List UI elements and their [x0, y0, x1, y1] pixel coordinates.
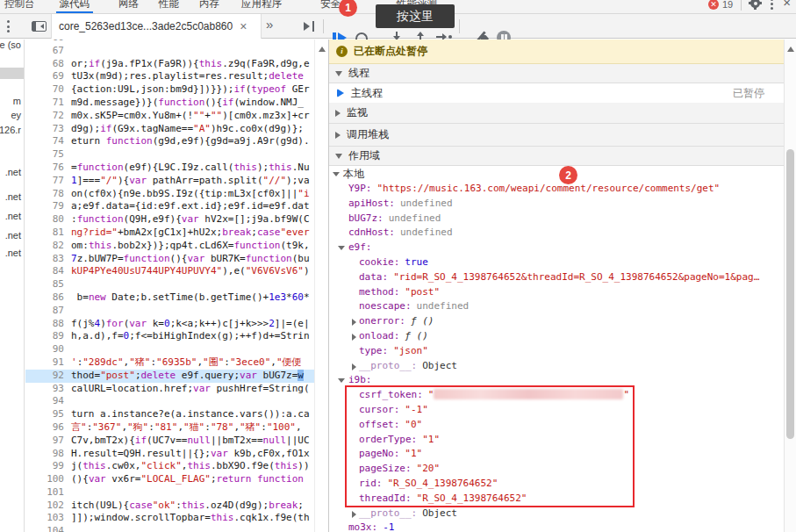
line-number[interactable]: 83 [25, 253, 71, 266]
line-number[interactable]: 102 [25, 500, 71, 513]
devtools-menu-icon[interactable] [769, 0, 775, 10]
code-line[interactable]: 75 [25, 148, 314, 162]
chevron-right-icon[interactable] [352, 334, 356, 341]
navigator-item-fragment[interactable]: .net [5, 211, 21, 221]
line-number[interactable]: 67 [25, 45, 71, 58]
panel-tab[interactable]: 内存 [199, 0, 219, 14]
code-line[interactable]: 837z.bUW7P=function(){var bUR7K=function… [25, 253, 314, 266]
code-line[interactable]: 96言":"367","狗":"81","猫":"78","猪":"100", [25, 421, 314, 435]
panel-tab[interactable]: 控制台 [4, 0, 35, 14]
scope-row-__proto__[interactable]: __proto__:Object [329, 507, 784, 521]
sidebar-section-线程[interactable]: 线程 [329, 64, 784, 83]
scope-row-onerror[interactable]: onerror:ƒ () [329, 314, 784, 329]
code-line[interactable]: 80:function(Q9H,e9f){var hV2x=[];j9a.bf9… [25, 213, 314, 226]
sources-menu-icon[interactable] [7, 20, 10, 32]
scope-row-e9f[interactable]: e9f: [329, 241, 784, 255]
line-number[interactable]: 84 [25, 265, 71, 278]
scope-row-__proto__[interactable]: __proto__:Object [329, 359, 784, 374]
line-number[interactable]: 101 [25, 486, 71, 500]
line-number[interactable]: 104 [25, 525, 71, 532]
scope-row-onload[interactable]: onload:ƒ () [329, 329, 784, 344]
code-line[interactable]: 73d9g);if(G9x.tagName=="A")h9c.co0x(d9g)… [25, 123, 314, 136]
line-number[interactable]: 81 [25, 226, 71, 240]
line-number[interactable]: 77 [25, 175, 71, 188]
sidebar-scrollbar[interactable] [784, 40, 796, 532]
scroll-up-icon[interactable] [319, 47, 326, 52]
code-line[interactable]: 93calURL=location.href;var pushHref=Stri… [25, 383, 314, 396]
code-line[interactable]: 771]==="/"){var pathArr=path.split("//")… [25, 175, 314, 188]
line-number[interactable]: 98 [25, 448, 71, 461]
code-line[interactable]: 99j(this.cw0x,"click",this.bbX9O.f9e(thi… [25, 460, 314, 473]
panel-tab[interactable]: 安全 [320, 0, 341, 14]
code-line[interactable]: 104 [25, 525, 314, 532]
navigator-item-fragment[interactable]: .net [5, 248, 21, 258]
navigator-item-fragment[interactable]: .net [5, 191, 21, 202]
line-number[interactable]: 90 [25, 343, 71, 356]
error-count-badge[interactable]: ✕ 19 [708, 0, 733, 11]
code-line[interactable]: 74eturn function(g9d,e9f){g9d=a9j.A9r(g9… [25, 135, 314, 148]
code-line[interactable]: 103]]);window.scrollTopbar=this.cqk1x.f9… [25, 512, 314, 525]
code-line[interactable]: 68or;if(j9a.fP1x(Fa9R)){this.z9q(Fa9R,d9… [25, 58, 314, 71]
line-number[interactable]: 93 [25, 383, 71, 396]
settings-gear-icon[interactable] [749, 0, 761, 9]
panel-tab[interactable]: 应用程序 [241, 0, 282, 14]
chevron-down-icon[interactable] [338, 246, 345, 250]
code-line[interactable]: 102itch(U9L){case"ok":this.oz4D(d9g);bre… [25, 500, 314, 513]
scroll-tabs-end-icon[interactable] [303, 21, 315, 32]
code-line[interactable]: 82om:this.bob2x})};qp4t.cLd6X=function(t… [25, 240, 314, 253]
code-line[interactable]: 98H.result=Q9H.result||{};var k9b,cF0x,f… [25, 448, 314, 461]
code-line[interactable]: 72m0x.sK5P=cm0x.Yu8m+(!""+"")[cm0x.mz3x]… [25, 110, 314, 123]
code-line[interactable]: 76=function(e9f){L9C.I9z.call(this);this… [25, 162, 314, 175]
code-line[interactable]: 70{action:U9L,json:bm9d}])}});if(typeof … [25, 83, 314, 97]
line-number[interactable]: 100 [25, 473, 71, 486]
editor-scrollbar[interactable] [314, 40, 328, 532]
thread-row[interactable]: 主线程已暂停 [329, 83, 784, 103]
line-number[interactable]: 88 [25, 318, 71, 331]
code-line[interactable]: 69tU3x(m9d);res.playlist=res.result;dele… [25, 70, 314, 83]
code-line[interactable]: 90 [25, 343, 314, 356]
navigator-item-fragment[interactable]: .net [5, 230, 21, 241]
code-line[interactable]: 88f(j%4)for(var k=0;k<a;k++)c[j+k>>>2]|=… [25, 318, 314, 331]
code-line[interactable]: 86 b=new Date;b.setTime(b.getTime()+1e3*… [25, 291, 314, 305]
line-number[interactable]: 87 [25, 305, 71, 318]
navigator-item-fragment[interactable]: .net [5, 167, 21, 177]
code-line[interactable]: 85 [25, 278, 314, 291]
line-number[interactable]: 99 [25, 460, 71, 473]
chevron-down-icon[interactable] [338, 378, 345, 383]
line-number[interactable]: 75 [25, 148, 71, 162]
code-line[interactable]: 97C7v,bmT2x){if(UC7v==null||bmT2x==null|… [25, 435, 314, 448]
scope-local-row[interactable]: 本地 [329, 167, 784, 182]
line-number[interactable]: 79 [25, 200, 71, 213]
code-editor[interactable]: 666768or;if(j9a.fP1x(Fa9R)){this.z9q(Fa9… [25, 40, 314, 532]
line-number[interactable]: 89 [25, 330, 71, 343]
chevron-right-icon[interactable] [352, 363, 356, 370]
panel-tab[interactable]: 源代码 [60, 0, 90, 14]
code-line[interactable]: 81ng?rid="+bmA2x[gC1x]+hU2x;break;case"e… [25, 226, 314, 240]
scrollbar-thumb[interactable] [786, 149, 794, 439]
sidebar-section-监视[interactable]: 监视 [329, 103, 784, 124]
navigator-item-fragment[interactable]: e (so [0, 40, 21, 50]
line-number[interactable]: 86 [25, 291, 71, 305]
code-line[interactable]: 94 [25, 395, 314, 408]
more-tabs-icon[interactable]: » [266, 17, 273, 32]
code-line[interactable]: 95turn a.instance?e(a.instance.vars()):a… [25, 408, 314, 421]
navigator-selected-row[interactable] [0, 68, 24, 79]
code-line[interactable]: 92thod="post";delete e9f.query;var bUG7z… [25, 370, 314, 383]
code-line[interactable]: 101 [25, 486, 314, 500]
line-number[interactable]: 95 [25, 408, 71, 421]
sidebar-section-调用堆栈[interactable]: 调用堆栈 [329, 124, 784, 147]
code-line[interactable]: 100(){var vx6r="LOCAL_FLAG";return funct… [25, 473, 314, 486]
code-line[interactable]: 91':"289dc","猪":"6935b","圈":"3ece0","便便 [25, 356, 314, 370]
line-number[interactable]: 78 [25, 188, 71, 201]
line-number[interactable]: 92 [25, 370, 71, 383]
sidebar-section-作用域[interactable]: 作用域 [329, 147, 784, 166]
chevron-right-icon[interactable] [352, 511, 356, 518]
code-line[interactable]: 79a;e9f.data={id:e9f.ext.id};e9f.id=e9f.… [25, 200, 314, 213]
line-number[interactable]: 76 [25, 162, 71, 175]
code-line[interactable]: 67 [25, 45, 314, 58]
code-line[interactable]: 78on(cf0x){n9e.bb9S.I9z({tip:mL3x[cf0x]|… [25, 188, 314, 201]
navigator-item-fragment[interactable]: 126.r [0, 125, 21, 135]
panel-tab[interactable]: 网络 [118, 0, 139, 14]
line-number[interactable]: 103 [25, 512, 71, 525]
line-number[interactable]: 96 [25, 421, 71, 435]
